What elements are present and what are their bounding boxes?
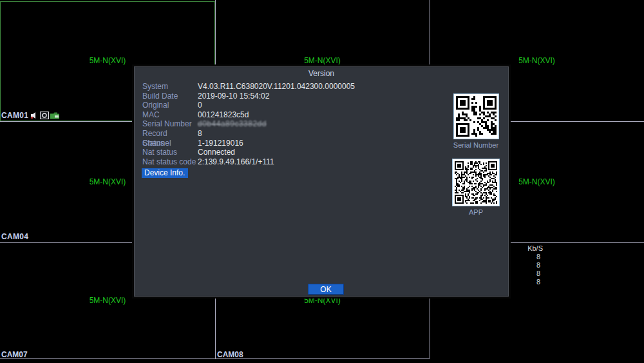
grid-line-horizontal-3 [0,358,430,359]
settings-box-icon[interactable] [40,112,49,119]
stream-type-label: 5M-N(XVI) [90,56,126,65]
serial-number-qr-caption: Serial Number [449,141,503,149]
info-row-nat-status: Nat status Connected [142,148,355,157]
stream-type-label: 5M-N(XVI) [90,296,126,305]
device-info-button[interactable]: Device Info. [142,168,188,178]
stream-type-label: 5M-N(XVI) [518,177,555,186]
app-qr-caption: APP [449,208,503,216]
stream-type-label: 5M-N(XVI) [90,177,126,186]
info-row-mac: MAC 001241823c5d [142,110,355,120]
ok-button[interactable]: OK [308,284,344,295]
info-row-record-channel: Record Channel 8 [142,129,355,139]
camera-name-cam07: CAM07 [1,350,28,359]
app-qr-block: APP [449,159,503,216]
info-row-build-date: Build Date 2019-09-10 15:54:02 [142,92,355,101]
version-info-list: System V4.03.R11.C638020V.11201.042300.0… [142,82,355,166]
info-row-original: Original 0 [142,101,355,110]
dialog-title: Version [134,69,509,78]
stream-type-label: 5M-N(XVI) [518,56,555,65]
dvr-screen: 5M-N(XVI) CAM01 5M-N(XVI) 5M-N(XVI) 5M-N… [0,0,644,363]
info-row-serial-number: Serial Number d0b44a89c3382dd [142,119,355,129]
version-dialog: Version System V4.03.R11.C638020V.11201.… [132,64,511,299]
stream-type-label: 5M-N(XVI) [304,56,341,65]
app-qr-code [452,159,500,206]
info-row-status: Status 1-191219016 [142,139,355,148]
camera-name-cam04: CAM04 [1,232,28,241]
serial-number-qr-block: Serial Number [449,93,503,149]
speaker-icon[interactable] [30,112,39,119]
info-row-system: System V4.03.R11.C638020V.11201.042300.0… [142,82,355,92]
camera-name-cam08: CAM08 [217,350,243,359]
record-folder-icon[interactable] [50,112,60,119]
camera-name-cam01: CAM01 [1,111,28,120]
info-row-nat-status-code: Nat status code 2:139.9.49.166/1/+111 [142,157,355,167]
serial-number-qr-code [453,93,499,139]
